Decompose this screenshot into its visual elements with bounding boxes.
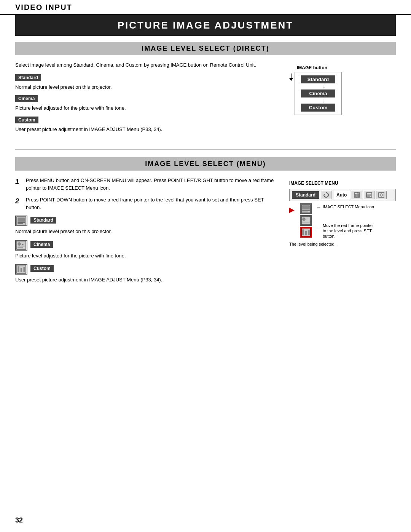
toolbar-icon1	[352, 191, 362, 199]
red-frame-pointer: ▶	[289, 206, 295, 214]
cinema-desc-direct: Picture level adjusted for the picture w…	[15, 104, 278, 112]
diagram-flow: Standard ↓ Cinema ↓ Custom	[295, 72, 342, 115]
image-button-diagram: IMAGE button Standard	[289, 65, 396, 115]
menu-annotations: ← IMAGE SELECT Menu icon ← Move the red …	[317, 203, 378, 239]
section1-header: IMAGE LEVEL SELECT (DIRECT)	[15, 42, 396, 55]
custom-badge-direct: Custom	[15, 117, 38, 123]
custom-desc-menu: User preset picture adjustment in IMAGE …	[15, 276, 278, 284]
image-button-label: IMAGE button	[297, 65, 327, 70]
cinema-row-menu: ✦ Cinema Picture level adjusted for the …	[15, 240, 278, 260]
custom-desc-direct: User preset picture adjustment in IMAGE …	[15, 126, 278, 133]
cinema-icon-label: ✦ Cinema	[15, 240, 278, 251]
section-image-level-menu: IMAGE LEVEL SELECT (MENU) 1 Press MENU b…	[15, 157, 396, 288]
svg-rect-11	[21, 268, 22, 272]
cinema-badge-direct: Cinema	[15, 95, 38, 102]
standard-desc-menu: Normal picture level preset on this proj…	[15, 228, 278, 235]
standard-icon	[15, 216, 27, 226]
section2-title: IMAGE LEVEL SELECT (MENU)	[15, 160, 396, 168]
toolbar-auto-btn: Auto	[333, 191, 350, 199]
page-number: 32	[15, 516, 23, 524]
section1-body: Select image level among Standard, Cinem…	[15, 61, 396, 137]
annotation-level-selected: The level being selected.	[289, 242, 396, 246]
section2-right: IMAGE SELECT MENU Standard A	[289, 177, 396, 288]
step-2-text: Press POINT DOWN button to move a red fr…	[26, 196, 278, 211]
standard-badge-direct: Standard	[15, 74, 41, 81]
menu-icon-custom	[300, 227, 312, 238]
page-title: PICTURE IMAGE ADJUSTMENT	[15, 19, 396, 31]
svg-rect-10	[18, 266, 19, 272]
standard-row-direct: Standard Normal picture level preset on …	[15, 74, 278, 91]
step-1-number: 1	[15, 177, 22, 192]
cinema-row-direct: Cinema Picture level adjusted for the pi…	[15, 95, 278, 112]
standard-desc-direct: Normal picture level preset on this proj…	[15, 83, 278, 91]
annotation-arrow-2: ←	[317, 223, 321, 229]
toolbar-icon3	[376, 191, 387, 199]
annotation-menu-icon: ← IMAGE SELECT Menu icon	[317, 204, 378, 211]
step-1: 1 Press MENU button and ON-SCREEN MENU w…	[15, 177, 278, 192]
diagram-standard-label: Standard	[301, 75, 335, 83]
toolbar-standard-btn: Standard	[292, 191, 319, 199]
svg-rect-33	[302, 229, 304, 235]
annotation-red-frame-text: Move the red frame pointer to the level …	[323, 223, 378, 239]
section2-header: IMAGE LEVEL SELECT (MENU)	[15, 157, 396, 171]
section2-left: 1 Press MENU button and ON-SCREEN MENU w…	[15, 177, 278, 288]
top-header: VIDEO INPUT	[0, 0, 411, 15]
svg-point-30	[302, 217, 306, 221]
standard-badge-menu: Standard	[30, 217, 56, 224]
diagram-standard: Standard	[301, 75, 335, 83]
toolbar-icon2	[364, 191, 374, 199]
menu-icon-cinema	[300, 215, 312, 226]
section1-right: IMAGE button Standard	[289, 61, 396, 137]
diagram-custom: Custom	[301, 104, 335, 112]
cinema-icon: ✦	[15, 240, 27, 251]
menu-diagram-title: IMAGE SELECT MENU	[289, 181, 396, 186]
section-image-level-direct: IMAGE LEVEL SELECT (DIRECT) Select image…	[15, 42, 396, 137]
section2-body: 1 Press MENU button and ON-SCREEN MENU w…	[15, 177, 396, 288]
page-container: VIDEO INPUT PICTURE IMAGE ADJUSTMENT IMA…	[0, 0, 411, 532]
cinema-desc-menu: Picture level adjusted for the picture w…	[15, 252, 278, 260]
menu-side: ▶	[289, 203, 396, 239]
arrow-down-2: ↓	[311, 97, 325, 104]
custom-badge-menu: Custom	[30, 265, 54, 272]
menu-diagram: IMAGE SELECT MENU Standard A	[289, 181, 396, 246]
menu-toolbar: Standard Auto	[289, 189, 396, 201]
step-1-text: Press MENU button and ON-SCREEN MENU wil…	[26, 177, 278, 192]
custom-row-direct: Custom User preset picture adjustment in…	[15, 117, 278, 133]
cinema-badge-menu: Cinema	[30, 241, 53, 248]
svg-rect-29	[301, 216, 311, 225]
standard-row-menu: Standard Normal picture level preset on …	[15, 216, 278, 235]
diagram-cinema-label: Cinema	[301, 89, 335, 97]
svg-rect-4	[17, 241, 26, 249]
svg-text:✦: ✦	[22, 243, 24, 246]
toolbar-cycle-icon	[321, 191, 331, 199]
custom-icon	[15, 264, 27, 275]
main-content: PICTURE IMAGE ADJUSTMENT IMAGE LEVEL SEL…	[0, 15, 411, 315]
diagram-cinema: Cinema	[301, 89, 335, 97]
step-2-number: 2	[15, 196, 22, 211]
menu-icon-list	[300, 203, 312, 239]
svg-rect-1	[18, 217, 25, 222]
svg-rect-26	[302, 205, 310, 209]
section1-title: IMAGE LEVEL SELECT (DIRECT)	[15, 45, 396, 53]
diagram-custom-label: Custom	[301, 104, 335, 112]
step-2: 2 Press POINT DOWN button to move a red …	[15, 196, 278, 211]
svg-point-5	[18, 242, 21, 246]
svg-rect-16	[357, 193, 359, 197]
svg-rect-35	[308, 230, 309, 235]
custom-row-menu: Custom User preset picture adjustment in…	[15, 264, 278, 284]
annotation-red-frame: ← Move the red frame pointer to the leve…	[317, 223, 378, 239]
section-divider	[15, 149, 396, 150]
svg-rect-15	[355, 194, 357, 197]
section1-intro: Select image level among Standard, Cinem…	[15, 61, 278, 69]
svg-rect-34	[305, 231, 307, 235]
section1-left: Select image level among Standard, Cinem…	[15, 61, 278, 137]
custom-icon-label: Custom	[15, 264, 278, 275]
svg-point-22	[380, 194, 382, 196]
annotation-arrow-1: ←	[317, 204, 321, 211]
arrow-down-1: ↓	[311, 83, 325, 89]
annotation-menu-icon-text: IMAGE SELECT Menu icon	[323, 204, 374, 209]
page-section-title: VIDEO INPUT	[15, 3, 72, 11]
standard-icon-label: Standard	[15, 216, 278, 226]
page-title-banner: PICTURE IMAGE ADJUSTMENT	[15, 15, 396, 36]
menu-icon-standard	[300, 203, 312, 214]
